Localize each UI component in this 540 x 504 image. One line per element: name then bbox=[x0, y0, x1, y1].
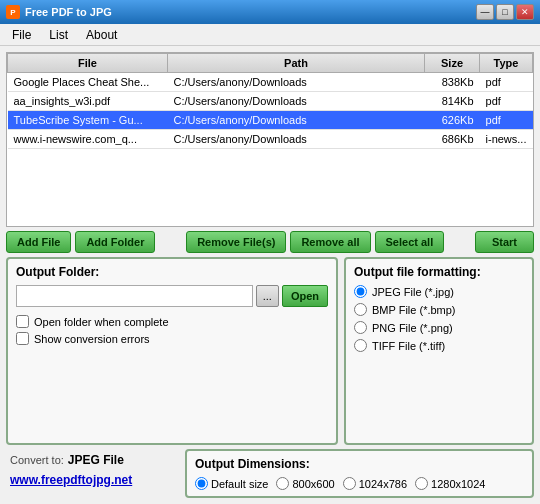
show-errors-checkbox[interactable] bbox=[16, 332, 29, 345]
open-when-complete-label: Open folder when complete bbox=[34, 316, 169, 328]
cell-type: pdf bbox=[480, 92, 533, 111]
table-row[interactable]: TubeScribe System - Gu... C:/Users/anony… bbox=[8, 111, 533, 130]
convert-to-section: Convert to: JPEG File www.freepdftojpg.n… bbox=[6, 449, 181, 498]
cell-type: i-news... bbox=[480, 130, 533, 149]
dim-radio-800x600[interactable] bbox=[276, 477, 289, 490]
convert-row: Convert to: JPEG File bbox=[6, 449, 181, 469]
output-format-title: Output file formatting: bbox=[354, 265, 524, 279]
folder-input-row: ... Open bbox=[16, 285, 328, 307]
dimensions-panel: Output Dimensions: Default size 800x600 … bbox=[185, 449, 534, 498]
format-option-bmp: BMP File (*.bmp) bbox=[354, 303, 524, 316]
browse-button[interactable]: ... bbox=[256, 285, 279, 307]
open-button[interactable]: Open bbox=[282, 285, 328, 307]
format-radio-bmp[interactable] bbox=[354, 303, 367, 316]
convert-value: JPEG File bbox=[68, 453, 124, 467]
minimize-button[interactable]: — bbox=[476, 4, 494, 20]
title-bar: P Free PDF to JPG — □ ✕ bbox=[0, 0, 540, 24]
dimensions-radios: Default size 800x600 1024x786 1280x1024 bbox=[195, 477, 524, 490]
format-label-tiff: TIFF File (*.tiff) bbox=[372, 340, 445, 352]
convert-label: Convert to: bbox=[10, 454, 64, 466]
format-radio-tiff[interactable] bbox=[354, 339, 367, 352]
format-option-jpeg: JPEG File (*.jpg) bbox=[354, 285, 524, 298]
table-row[interactable]: www.i-newswire.com_q... C:/Users/anony/D… bbox=[8, 130, 533, 149]
menu-bar: File List About bbox=[0, 24, 540, 46]
output-folder-panel: Output Folder: ... Open Open folder when… bbox=[6, 257, 338, 445]
output-format-panel: Output file formatting: JPEG File (*.jpg… bbox=[344, 257, 534, 445]
cell-file: TubeScribe System - Gu... bbox=[8, 111, 168, 130]
col-path: Path bbox=[168, 54, 425, 73]
dim-label-1024x786: 1024x786 bbox=[359, 478, 407, 490]
folder-path-input[interactable] bbox=[16, 285, 253, 307]
website-link[interactable]: www.freepdftojpg.net bbox=[10, 473, 132, 487]
dim-radio-default[interactable] bbox=[195, 477, 208, 490]
dim-option-1280x1024: 1280x1024 bbox=[415, 477, 485, 490]
cell-size: 626Kb bbox=[425, 111, 480, 130]
dim-label-800x600: 800x600 bbox=[292, 478, 334, 490]
main-content: File Path Size Type Google Places Cheat … bbox=[0, 46, 540, 504]
file-table: File Path Size Type Google Places Cheat … bbox=[7, 53, 533, 149]
add-file-button[interactable]: Add File bbox=[6, 231, 71, 253]
dim-radio-1280x1024[interactable] bbox=[415, 477, 428, 490]
remove-files-button[interactable]: Remove File(s) bbox=[186, 231, 286, 253]
open-when-complete-row: Open folder when complete bbox=[16, 315, 328, 328]
website-row: www.freepdftojpg.net bbox=[6, 471, 181, 489]
cell-path: C:/Users/anony/Downloads bbox=[168, 92, 425, 111]
remove-all-button[interactable]: Remove all bbox=[290, 231, 370, 253]
format-label-png: PNG File (*.png) bbox=[372, 322, 453, 334]
menu-list[interactable]: List bbox=[41, 26, 76, 44]
cell-file: www.i-newswire.com_q... bbox=[8, 130, 168, 149]
maximize-button[interactable]: □ bbox=[496, 4, 514, 20]
format-radio-jpeg[interactable] bbox=[354, 285, 367, 298]
app-icon: P bbox=[6, 5, 20, 19]
menu-about[interactable]: About bbox=[78, 26, 125, 44]
select-all-button[interactable]: Select all bbox=[375, 231, 445, 253]
format-option-png: PNG File (*.png) bbox=[354, 321, 524, 334]
format-label-bmp: BMP File (*.bmp) bbox=[372, 304, 456, 316]
cell-size: 814Kb bbox=[425, 92, 480, 111]
dimensions-title: Output Dimensions: bbox=[195, 457, 524, 471]
cell-type: pdf bbox=[480, 73, 533, 92]
cell-size: 838Kb bbox=[425, 73, 480, 92]
cell-path: C:/Users/anony/Downloads bbox=[168, 73, 425, 92]
cell-file: Google Places Cheat She... bbox=[8, 73, 168, 92]
cell-size: 686Kb bbox=[425, 130, 480, 149]
show-errors-row: Show conversion errors bbox=[16, 332, 328, 345]
bottom-area: Convert to: JPEG File www.freepdftojpg.n… bbox=[6, 449, 534, 498]
cell-path: C:/Users/anony/Downloads bbox=[168, 130, 425, 149]
menu-file[interactable]: File bbox=[4, 26, 39, 44]
table-row[interactable]: Google Places Cheat She... C:/Users/anon… bbox=[8, 73, 533, 92]
format-label-jpeg: JPEG File (*.jpg) bbox=[372, 286, 454, 298]
col-file: File bbox=[8, 54, 168, 73]
window-controls: — □ ✕ bbox=[476, 4, 534, 20]
window-title: Free PDF to JPG bbox=[25, 6, 112, 18]
file-table-container: File Path Size Type Google Places Cheat … bbox=[6, 52, 534, 227]
output-folder-title: Output Folder: bbox=[16, 265, 328, 279]
cell-path: C:/Users/anony/Downloads bbox=[168, 111, 425, 130]
dim-label-1280x1024: 1280x1024 bbox=[431, 478, 485, 490]
dim-option-default: Default size bbox=[195, 477, 268, 490]
format-radio-png[interactable] bbox=[354, 321, 367, 334]
dim-option-800x600: 800x600 bbox=[276, 477, 334, 490]
close-button[interactable]: ✕ bbox=[516, 4, 534, 20]
format-option-tiff: TIFF File (*.tiff) bbox=[354, 339, 524, 352]
table-row[interactable]: aa_insights_w3i.pdf C:/Users/anony/Downl… bbox=[8, 92, 533, 111]
cell-file: aa_insights_w3i.pdf bbox=[8, 92, 168, 111]
col-type: Type bbox=[480, 54, 533, 73]
dim-option-1024x786: 1024x786 bbox=[343, 477, 407, 490]
show-errors-label: Show conversion errors bbox=[34, 333, 150, 345]
add-folder-button[interactable]: Add Folder bbox=[75, 231, 155, 253]
open-when-complete-checkbox[interactable] bbox=[16, 315, 29, 328]
col-size: Size bbox=[425, 54, 480, 73]
action-buttons-row: Add File Add Folder Remove File(s) Remov… bbox=[6, 231, 534, 253]
bottom-section: Output Folder: ... Open Open folder when… bbox=[6, 257, 534, 445]
start-button[interactable]: Start bbox=[475, 231, 534, 253]
cell-type: pdf bbox=[480, 111, 533, 130]
dim-radio-1024x786[interactable] bbox=[343, 477, 356, 490]
dim-label-default: Default size bbox=[211, 478, 268, 490]
